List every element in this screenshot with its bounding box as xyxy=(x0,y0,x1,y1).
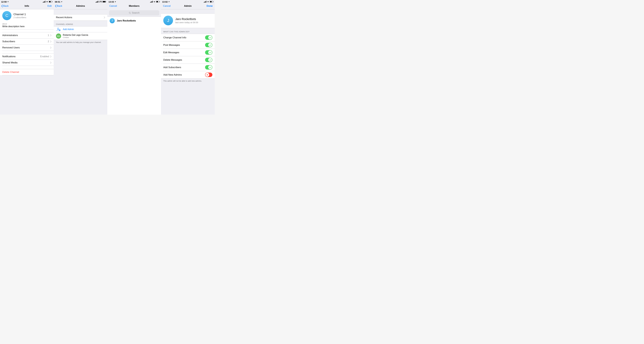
shared-media-row[interactable]: Shared Media xyxy=(0,60,54,66)
administrators-row[interactable]: Administrators 1 xyxy=(0,32,54,38)
delete-channel-row[interactable]: Delete Channel xyxy=(0,69,54,75)
info-screen: 12:59 Back Info Edit C Channel 1 2 subsc… xyxy=(0,0,54,114)
admin-name: Roberta Dal Lago Garcia xyxy=(63,34,105,36)
search-input[interactable]: Search xyxy=(109,10,159,16)
profile-status: last seen today at 09:59 xyxy=(175,21,198,24)
perm-delete: Delete Messages xyxy=(161,56,215,64)
chevron-right-icon xyxy=(104,16,105,18)
signal-icon xyxy=(204,1,206,2)
perm-post: Post Messages xyxy=(161,41,215,49)
status-bar: 13:02 xyxy=(161,0,215,3)
battery-icon xyxy=(102,1,106,2)
admin-avatar: RD xyxy=(56,34,61,39)
nav-bar: Back Info Edit xyxy=(0,3,54,9)
svg-rect-12 xyxy=(103,1,105,2)
recent-actions-label: Recent Actions xyxy=(56,16,72,19)
channel-subscribers: 2 subscribers xyxy=(14,16,26,18)
signal-icon xyxy=(150,1,153,2)
administrators-count: 1 xyxy=(48,34,49,37)
admin-permissions-screen: 13:02 Cancel Admin Done J Jaro Rocketbot… xyxy=(161,0,215,114)
back-button[interactable]: Back xyxy=(1,4,8,8)
administrators-label: Administrators xyxy=(2,34,18,37)
channel-name: Channel 1 xyxy=(14,13,26,16)
members-screen: 13:03 Cancel Members Search J Jaro Rocke… xyxy=(107,0,161,114)
svg-rect-30 xyxy=(213,2,214,2)
back-label: Back xyxy=(57,4,62,8)
add-admin-row[interactable]: Add Admin xyxy=(54,26,107,32)
search-placeholder: Search xyxy=(132,12,140,14)
member-avatar: J xyxy=(110,18,115,23)
chevron-left-icon xyxy=(55,4,56,8)
nav-title: Info xyxy=(24,4,29,8)
add-admin-icon xyxy=(56,28,60,31)
search-icon xyxy=(129,12,131,14)
channel-header: C Channel 1 2 subscribers xyxy=(0,9,54,22)
wifi-icon xyxy=(46,1,48,2)
svg-rect-3 xyxy=(45,1,45,2)
svg-rect-18 xyxy=(152,1,152,2)
admin-user-row[interactable]: RD Roberta Dal Lago Garcia Creator xyxy=(54,32,107,40)
toggle-delete[interactable] xyxy=(205,58,212,62)
perm-label: Add Subscribers xyxy=(163,66,181,69)
subscribers-label: Subscribers xyxy=(2,40,15,43)
status-bar: 13:03 xyxy=(107,0,161,3)
nav-title: Members xyxy=(129,4,140,8)
about-label: about xyxy=(2,23,52,25)
svg-rect-26 xyxy=(205,1,206,2)
perm-label: Post Messages xyxy=(163,44,180,46)
member-name: Jaro Rocketbots xyxy=(117,19,136,22)
svg-rect-17 xyxy=(151,2,151,2)
wifi-icon xyxy=(153,1,156,2)
notifications-row[interactable]: Notifications Enabled xyxy=(0,54,54,60)
perm-label: Change Channel Info xyxy=(163,36,186,39)
removed-users-row[interactable]: Removed Users xyxy=(0,45,54,51)
svg-rect-29 xyxy=(210,1,212,2)
nav-title: Admins xyxy=(76,4,85,8)
battery-icon xyxy=(49,1,52,2)
toggle-add-sub[interactable] xyxy=(205,65,212,70)
status-bar: 08:51 LTE xyxy=(54,0,107,3)
toggle-add-admins[interactable] xyxy=(205,72,212,77)
channel-avatar: C xyxy=(2,11,12,20)
toggle-post[interactable] xyxy=(205,43,212,47)
svg-rect-0 xyxy=(43,2,43,2)
toggle-change-info[interactable] xyxy=(205,35,212,40)
about-text: Write description here xyxy=(2,25,52,28)
admins-footer: You can add admins to help you manage yo… xyxy=(54,40,107,45)
recent-actions-row[interactable]: Recent Actions xyxy=(54,14,107,20)
done-button[interactable]: Done xyxy=(207,4,214,8)
nav-title: Admin xyxy=(184,4,192,8)
status-time: 13:03 xyxy=(108,0,114,3)
network-label: LTE xyxy=(99,1,102,3)
svg-rect-7 xyxy=(96,2,96,2)
svg-rect-5 xyxy=(49,1,51,2)
status-time: 08:51 xyxy=(55,0,60,3)
shared-label: Shared Media xyxy=(2,61,18,64)
nav-bar: Cancel Admin Done xyxy=(161,3,215,9)
subscribers-row[interactable]: Subscribers 2 xyxy=(0,38,54,44)
edit-button[interactable]: Edit xyxy=(48,4,52,8)
cancel-button[interactable]: Cancel xyxy=(162,4,170,8)
svg-rect-21 xyxy=(156,1,158,2)
back-button[interactable]: Back xyxy=(55,4,62,8)
status-time: 12:59 xyxy=(1,0,6,3)
profile-name: Jaro Rocketbots xyxy=(175,18,198,21)
cancel-button[interactable]: Cancel xyxy=(108,4,117,8)
svg-rect-10 xyxy=(98,1,98,2)
svg-rect-19 xyxy=(152,1,153,2)
channel-admins-header: CHANNEL ADMINS xyxy=(54,20,107,26)
toggle-edit[interactable] xyxy=(205,50,212,55)
svg-rect-27 xyxy=(206,1,206,2)
battery-icon xyxy=(156,1,160,2)
chevron-right-icon xyxy=(50,47,52,49)
status-time: 13:02 xyxy=(162,0,168,3)
svg-point-14 xyxy=(58,28,59,29)
admin-role: Creator xyxy=(63,36,105,38)
member-row[interactable]: J Jaro Rocketbots xyxy=(107,17,161,25)
battery-icon xyxy=(210,1,214,2)
notifications-value: Enabled xyxy=(40,55,49,58)
nav-bar: Cancel Members xyxy=(107,3,161,9)
delete-label: Delete Channel xyxy=(2,71,19,74)
wifi-icon xyxy=(207,1,209,2)
location-icon xyxy=(168,1,170,2)
